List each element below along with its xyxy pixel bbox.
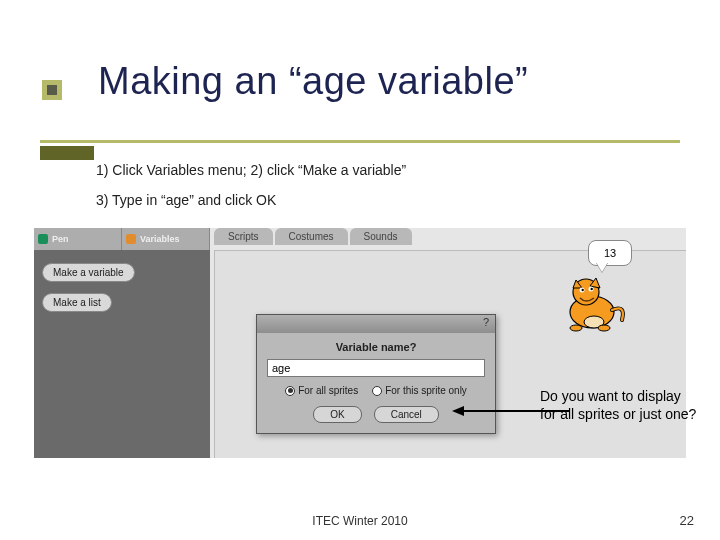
scratch-screenshot: Pen Variables Make a variable Make a lis…	[34, 228, 686, 458]
speech-bubble-tail	[596, 262, 608, 272]
radio-icon	[285, 386, 295, 396]
variables-label: Variables	[140, 234, 180, 244]
svg-point-12	[598, 325, 610, 331]
scratch-cat-icon	[558, 272, 628, 336]
ok-button[interactable]: OK	[313, 406, 361, 423]
speech-bubble: 13	[588, 240, 632, 266]
svg-marker-14	[452, 406, 464, 416]
make-list-button[interactable]: Make a list	[42, 293, 112, 312]
svg-point-7	[582, 289, 584, 291]
pen-label: Pen	[52, 234, 69, 244]
editor-tabs: Scripts Costumes Sounds	[214, 228, 412, 245]
radio-all-label: For all sprites	[298, 385, 358, 396]
radio-icon	[372, 386, 382, 396]
steps-list: 1) Click Variables menu; 2) click “Make …	[96, 162, 406, 222]
help-icon[interactable]: ?	[483, 316, 489, 328]
dialog-body: Variable name? For all sprites For this …	[257, 333, 495, 433]
slide-title: Making an “age variable”	[98, 60, 528, 103]
palette-cat-pen[interactable]: Pen	[34, 228, 122, 250]
pen-color-icon	[38, 234, 48, 244]
cancel-button[interactable]: Cancel	[374, 406, 439, 423]
palette-category-row: Pen Variables	[34, 228, 210, 250]
title-underline-major	[40, 140, 680, 143]
slide-title-block: Making an “age variable”	[38, 60, 528, 103]
palette-body: Make a variable Make a list	[34, 250, 210, 458]
step-3: 3) Type in “age” and click OK	[96, 192, 406, 208]
title-underline-minor	[40, 146, 94, 160]
svg-point-11	[570, 325, 582, 331]
step-1: 1) Click Variables menu; 2) click “Make …	[96, 162, 406, 178]
page-number: 22	[680, 513, 694, 528]
variable-name-input[interactable]	[267, 359, 485, 377]
tab-scripts[interactable]: Scripts	[214, 228, 273, 245]
svg-point-9	[591, 288, 593, 290]
radio-this-label: For this sprite only	[385, 385, 467, 396]
speech-value: 13	[604, 247, 616, 259]
tab-costumes[interactable]: Costumes	[275, 228, 348, 245]
radio-for-this-sprite[interactable]: For this sprite only	[372, 385, 467, 396]
annotation-callout: Do you want to display for all sprites o…	[540, 388, 700, 423]
scope-radio-group: For all sprites For this sprite only	[267, 385, 485, 396]
tab-sounds[interactable]: Sounds	[350, 228, 412, 245]
variables-color-icon	[126, 234, 136, 244]
dialog-titlebar: ?	[257, 315, 495, 333]
make-variable-button[interactable]: Make a variable	[42, 263, 135, 282]
palette-cat-variables[interactable]: Variables	[122, 228, 210, 250]
dialog-label: Variable name?	[267, 341, 485, 353]
radio-for-all-sprites[interactable]: For all sprites	[285, 385, 358, 396]
variable-name-dialog: ? Variable name? For all sprites For thi…	[256, 314, 496, 434]
footer-center: ITEC Winter 2010	[0, 514, 720, 528]
